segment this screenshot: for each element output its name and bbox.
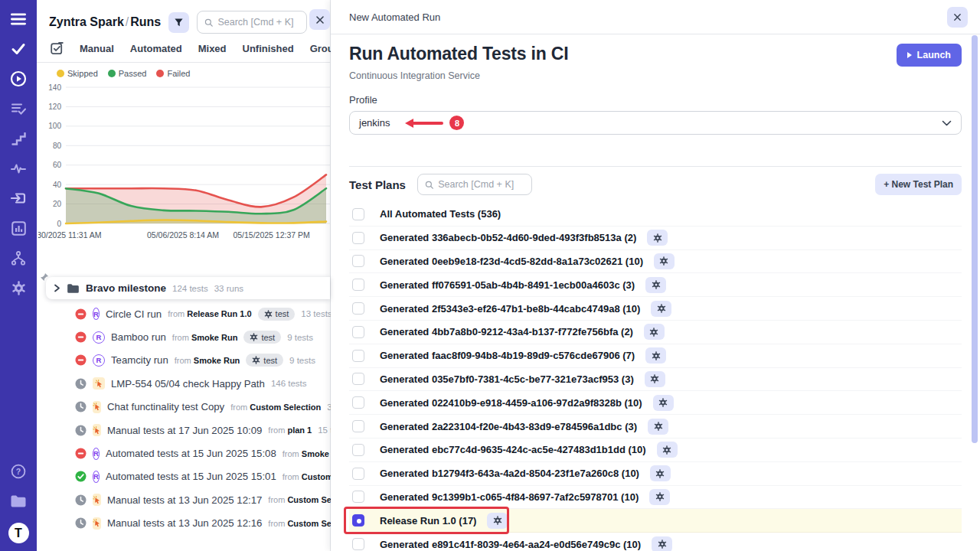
close-runs-panel-button[interactable] (309, 9, 330, 30)
run-name[interactable]: Circle CI run (106, 308, 162, 320)
filter-button[interactable] (168, 12, 189, 33)
tab-automated[interactable]: Automated (130, 43, 182, 54)
plan-settings-button[interactable] (648, 419, 668, 435)
run-name[interactable]: Automated tests at 15 Jun 2025 15:08 (106, 448, 276, 459)
select-runs-icon[interactable] (51, 41, 64, 55)
plan-settings-button[interactable] (653, 395, 674, 411)
run-name[interactable]: Manual tests at 13 Jun 2025 12:16 (107, 517, 262, 529)
test-plan-row[interactable]: Generated e891c41f-8039-4e64-aa24-e0d56e… (349, 533, 962, 551)
reports-chart-icon[interactable] (10, 220, 27, 236)
test-plan-row[interactable]: Generated 336abecb-0b52-4d60-9ded-493f3f… (349, 227, 962, 250)
branches-icon[interactable] (10, 249, 27, 266)
launch-button[interactable]: Launch (897, 44, 962, 67)
milestone-card[interactable]: Bravo milestone 124 tests 33 runs (46, 277, 330, 299)
run-name[interactable]: Chat functinality test Copy (107, 401, 224, 412)
run-row[interactable]: Manual tests at 13 Jun 2025 12:17from Cu… (37, 488, 330, 511)
plan-checkbox[interactable] (352, 302, 364, 315)
plan-checkbox[interactable] (352, 420, 364, 432)
test-plan-row[interactable]: Release Run 1.0 (17) (349, 509, 962, 533)
plan-settings-button[interactable] (645, 277, 666, 293)
plan-checkbox[interactable] (352, 491, 364, 503)
test-plan-row[interactable]: Generated faac8f09-94b8-4b19-89d9-c576cd… (349, 344, 962, 368)
test-plan-row[interactable]: Generated 2f5343e3-ef26-47b1-be8b-44cabc… (349, 297, 962, 321)
plan-checkbox[interactable] (352, 373, 364, 385)
test-plan-row[interactable]: Generated 0eeb9e18-f23d-4cd5-82dd-8a1a73… (349, 250, 962, 274)
plan-checkbox[interactable] (352, 208, 364, 220)
test-plan-row[interactable]: Generated 2a223104-f20e-4b43-83d9-e78459… (349, 415, 962, 439)
settings-gear-icon[interactable] (10, 279, 27, 296)
plan-checkbox[interactable] (352, 396, 364, 409)
tests-check-icon[interactable] (10, 41, 27, 57)
run-row[interactable]: Manual tests at 17 Jun 2025 10:09from pl… (37, 419, 330, 442)
scrollbar-thumb[interactable] (972, 35, 978, 443)
test-plan-row[interactable]: Generated 4bb7a8b0-9212-43a4-b137-f772fe… (349, 321, 962, 344)
test-plan-row[interactable]: Generated 022410b9-e918-4459-a106-97d2a9… (349, 391, 962, 415)
menu-icon[interactable] (10, 11, 27, 28)
projects-folder-icon[interactable] (10, 493, 27, 510)
plan-settings-button[interactable] (651, 301, 671, 317)
plan-settings-button[interactable] (649, 489, 670, 505)
plan-checkbox[interactable] (352, 468, 364, 480)
tab-mixed[interactable]: Mixed (198, 43, 227, 54)
plan-checkbox[interactable] (352, 350, 364, 362)
run-name[interactable]: Teamcity run (111, 354, 168, 366)
app-logo[interactable]: T (8, 523, 29, 543)
runs-play-icon[interactable] (10, 70, 27, 87)
plan-settings-button[interactable] (644, 324, 665, 340)
run-name[interactable]: Automated tests at 15 Jun 2025 15:01 (106, 471, 276, 482)
plan-settings-button[interactable] (645, 371, 665, 387)
plan-settings-button[interactable] (487, 513, 508, 529)
run-test-badge[interactable]: test (258, 308, 296, 321)
run-row[interactable]: RAutomated tests at 15 Jun 2025 15:08fro… (37, 442, 330, 465)
run-row[interactable]: RTeamcity runfrom Smoke Runtest9 tests (37, 349, 330, 372)
run-name[interactable]: Manual tests at 17 Jun 2025 10:09 (107, 425, 262, 436)
help-icon[interactable]: ? (10, 463, 27, 480)
test-plan-row[interactable]: Generated ff076591-05ab-4b4b-8491-1ecb00… (349, 273, 962, 297)
import-icon[interactable] (10, 190, 27, 207)
test-plan-row[interactable]: Generated 035e7bf0-7381-4c5c-be77-321e73… (349, 368, 962, 392)
test-plan-row[interactable]: Generated ebc77c4d-9635-424c-ac5e-427483… (349, 439, 962, 462)
milestone-name[interactable]: Bravo milestone (86, 282, 166, 294)
tab-manual[interactable]: Manual (80, 43, 114, 54)
test-plan-row[interactable]: Generated b12794f3-643a-4a2d-8504-23f1e7… (349, 462, 962, 486)
plan-checkbox[interactable] (352, 232, 364, 244)
runs-search-input[interactable] (217, 17, 299, 28)
plan-settings-button[interactable] (645, 347, 666, 364)
plan-checkbox[interactable] (352, 514, 364, 527)
run-row[interactable]: Manual tests at 13 Jun 2025 12:16from Cu… (37, 512, 330, 535)
run-row[interactable]: RAutomated tests at 15 Jun 2025 15:01fro… (37, 465, 330, 488)
plan-checkbox[interactable] (352, 255, 364, 267)
milestones-steps-icon[interactable] (10, 130, 27, 147)
plan-settings-button[interactable] (654, 253, 675, 269)
plan-settings-button[interactable] (652, 536, 672, 551)
plan-settings-button[interactable] (647, 230, 668, 246)
plan-checkbox[interactable] (352, 326, 364, 338)
run-test-badge[interactable]: test (243, 331, 281, 344)
run-row[interactable]: RBamboo runfrom Smoke Runtest9 tests (37, 325, 330, 348)
run-name[interactable]: Manual tests at 13 Jun 2025 12:17 (107, 494, 262, 506)
run-name[interactable]: Bamboo run (111, 331, 166, 343)
close-modal-button[interactable] (947, 7, 968, 28)
run-row[interactable]: Chat functinality test Copyfrom Custom S… (37, 396, 330, 419)
run-row[interactable]: LMP-554 05/04 check Happy Path146 tests (37, 372, 330, 395)
test-plans-search-input[interactable] (438, 179, 524, 190)
breadcrumb-project[interactable]: Zyntra Spark (49, 15, 124, 28)
expand-chevron-icon[interactable] (54, 284, 60, 292)
plan-settings-button[interactable] (657, 442, 678, 458)
profile-select[interactable]: jenkins 8 (349, 111, 962, 135)
new-test-plan-button[interactable]: + New Test Plan (875, 174, 962, 195)
plan-settings-button[interactable] (650, 465, 671, 481)
test-plans-search[interactable] (417, 174, 532, 195)
run-row[interactable]: RCircle CI runfrom Release Run 1.0test13… (37, 302, 330, 325)
test-plan-row[interactable]: All Automated Tests (536) (349, 203, 962, 227)
runs-search[interactable] (197, 11, 307, 34)
run-name[interactable]: LMP-554 05/04 check Happy Path (111, 378, 265, 390)
test-plans-list-icon[interactable] (10, 100, 27, 117)
test-plan-row[interactable]: Generated 9c1399b1-c065-4f84-8697-7af2c5… (349, 486, 962, 510)
plan-checkbox[interactable] (352, 279, 364, 291)
plan-checkbox[interactable] (352, 444, 364, 456)
plan-checkbox[interactable] (352, 538, 364, 550)
run-test-badge[interactable]: test (246, 354, 283, 367)
tab-unfinished[interactable]: Unfinished (243, 43, 294, 54)
analytics-pulse-icon[interactable] (10, 160, 27, 177)
